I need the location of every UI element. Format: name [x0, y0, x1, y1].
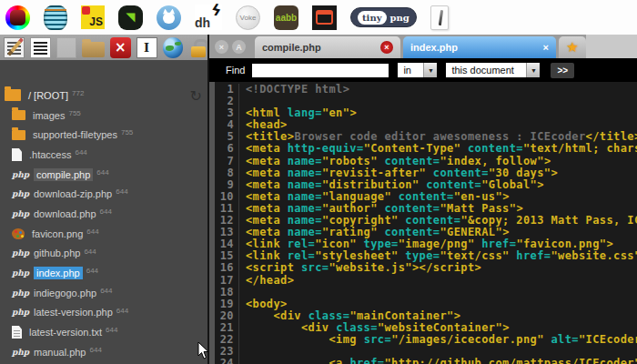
find-in-select[interactable]: in ▼: [398, 63, 437, 77]
globe-icon[interactable]: [163, 37, 184, 58]
code-text: <meta name="robots" content="index, foll…: [239, 156, 637, 167]
code-text: [239, 287, 637, 298]
copy-file-icon[interactable]: [56, 37, 77, 58]
code-line-8[interactable]: 8<meta name="revisit-after" content="30 …: [209, 167, 637, 179]
code-line-15[interactable]: 15<link rel="stylesheet" type="text/css"…: [209, 250, 637, 262]
document-pen-icon[interactable]: [430, 5, 449, 30]
code-editor[interactable]: 1<!DOCTYPE html>23<html lang="en">4<head…: [209, 82, 637, 364]
chevron-down-icon[interactable]: ▼: [526, 63, 540, 77]
php-icon: php: [12, 288, 26, 298]
voke-icon[interactable]: Voke: [236, 5, 260, 30]
line-number: 6: [215, 143, 239, 155]
chevron-down-icon[interactable]: ▼: [423, 63, 437, 77]
panel-divider[interactable]: [207, 35, 209, 364]
tree-item-root[interactable]: / [ROOT] 772: [0, 86, 209, 106]
file-manager-toolbar: × I: [0, 35, 209, 60]
find-go-button[interactable]: >>: [551, 63, 574, 78]
code-line-10[interactable]: 10<meta name="language" content="en-us">: [209, 191, 637, 203]
code-line-6[interactable]: 6<meta http-equiv="Content-Type" content…: [209, 143, 637, 155]
code-line-22[interactable]: 22 <img src="/images/icecoder.png" alt="…: [209, 334, 637, 346]
lock-icon[interactable]: [188, 37, 209, 58]
code-line-3[interactable]: 3<html lang="en">: [209, 107, 637, 119]
code-line-20[interactable]: 20 <div class="mainContainer">: [209, 310, 637, 322]
tab-label: index.php: [410, 42, 543, 53]
find-bar: Find in ▼ this document ▼ >>: [209, 58, 637, 82]
code-line-14[interactable]: 14<link rel="icon" type="image/png" href…: [209, 238, 637, 250]
browser-window-glyph: [316, 10, 333, 25]
code-line-7[interactable]: 7<meta name="robots" content="index, fol…: [209, 156, 637, 167]
tree-item-label: supported-filetypes: [33, 129, 117, 140]
green-arrow-icon[interactable]: ◤: [118, 5, 143, 30]
tree-item-images[interactable]: images755: [0, 106, 209, 126]
delete-file-icon[interactable]: ×: [110, 37, 131, 58]
code-line-4[interactable]: 4<head>: [209, 119, 637, 131]
color-wheel-icon[interactable]: [5, 5, 30, 30]
red-browser-icon[interactable]: [312, 5, 337, 30]
tree-item-manual-php[interactable]: phpmanual.php644: [0, 342, 209, 362]
code-line-11[interactable]: 11<meta name="author" content="Matt Pass…: [209, 203, 637, 215]
tree-item-latest-version-php[interactable]: phplatest-version.php644: [0, 303, 209, 323]
close-all-tabs-button[interactable]: ×: [215, 40, 228, 54]
code-line-9[interactable]: 9<meta name="distribution" content="Glob…: [209, 179, 637, 191]
alphabetize-tabs-button[interactable]: A: [232, 40, 246, 54]
tab-compile-php[interactable]: compile.php ×: [255, 36, 400, 58]
tree-item-download-php[interactable]: phpdownload.php644: [0, 204, 209, 224]
tree-item-supported-filetypes[interactable]: supported-filetypes755: [0, 125, 209, 145]
star-tab-button[interactable]: ★: [559, 36, 586, 58]
code-line-21[interactable]: 21 <div class="websiteContainer">: [209, 322, 637, 334]
code-line-17[interactable]: 17</head>: [209, 275, 637, 287]
lightning-bolt-icon: ϟ: [209, 0, 224, 20]
tree-item-compile-php[interactable]: phpcompile.php644: [0, 165, 209, 185]
code-line-5[interactable]: 5<title>Browser code editor awesomeness …: [209, 131, 637, 143]
code-line-18[interactable]: 18: [209, 287, 637, 298]
tree-items: images755supported-filetypes755.htaccess…: [0, 106, 209, 364]
tree-item-latest-version-txt[interactable]: latest-version.txt644: [0, 322, 209, 342]
code-line-16[interactable]: 16<script src="website.js"></script>: [209, 262, 637, 274]
code-text: <title>Browser code editor awesomeness :…: [239, 131, 637, 143]
code-line-12[interactable]: 12<meta name="copyright" content="&copy;…: [209, 215, 637, 227]
rename-icon[interactable]: I: [136, 37, 157, 58]
line-number: 17: [215, 275, 239, 287]
tree-item-github-php[interactable]: phpgithub.php644: [0, 244, 209, 264]
new-file-icon[interactable]: [30, 37, 51, 58]
tab-index-php[interactable]: index.php ×: [403, 36, 556, 58]
code-text: <link rel="stylesheet" type="text/css" h…: [239, 250, 637, 262]
php-icon: php: [12, 268, 26, 278]
tree-item-perm: 644: [86, 267, 98, 275]
close-tab-icon[interactable]: ×: [380, 41, 393, 54]
close-tab-icon[interactable]: ×: [543, 42, 549, 53]
find-input[interactable]: [252, 64, 389, 77]
bookmarks-bar: JS ◤ dhϟ Voke aabb tinypng: [0, 0, 637, 35]
tree-item-download-zip-php[interactable]: phpdownload-zip.php644: [0, 184, 209, 204]
aabb-icon[interactable]: aabb: [274, 5, 298, 30]
tree-item-label: github.php: [34, 248, 80, 258]
code-text: <meta name="author" content="Matt Pass">: [239, 203, 637, 215]
tree-item-indiegogo-php[interactable]: phpindiegogo.php644: [0, 283, 209, 303]
tree-item--htaccess[interactable]: .htaccess644: [0, 145, 209, 165]
code-line-24[interactable]: 24 <a href="http://github.com/mattpass/I…: [209, 358, 637, 364]
find-scope-select[interactable]: this document ▼: [446, 63, 540, 77]
tree-item-perm: 644: [96, 168, 108, 177]
code-line-23[interactable]: 23: [209, 346, 637, 358]
edit-file-icon[interactable]: [4, 37, 25, 58]
code-line-2[interactable]: 2: [209, 96, 637, 107]
code-line-1[interactable]: 1<!DOCTYPE html>: [209, 84, 637, 96]
code-text: <meta name="revisit-after" content="30 d…: [239, 167, 637, 179]
coil-stack-icon[interactable]: [44, 5, 67, 30]
new-folder-icon[interactable]: [82, 42, 105, 57]
refresh-icon[interactable]: ↻: [190, 87, 202, 105]
code-line-19[interactable]: 19<body>: [209, 298, 637, 310]
tree-item-favicon-png[interactable]: favicon.png644: [0, 224, 209, 244]
blue-cat-icon[interactable]: [157, 5, 181, 30]
aabb-label: aabb: [276, 13, 297, 23]
php-icon: php: [12, 189, 26, 198]
folder-icon: [12, 130, 25, 140]
code-line-13[interactable]: 13<meta name="rating" content="GENERAL">: [209, 227, 637, 238]
txt-icon: [12, 326, 22, 339]
tree-item-index-php[interactable]: phpindex.php644: [0, 263, 209, 283]
tree-item-label: compile.php: [34, 168, 93, 181]
js-badge-icon[interactable]: JS: [81, 5, 105, 29]
tinypng-icon[interactable]: tinypng: [350, 7, 417, 27]
tinypng-png-label: png: [390, 13, 410, 23]
dh-bolt-icon[interactable]: dhϟ: [195, 5, 222, 30]
